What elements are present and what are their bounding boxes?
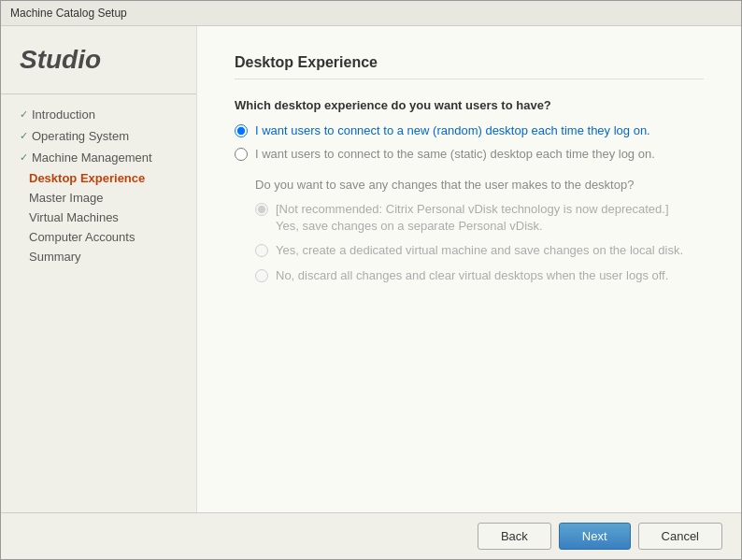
radio-static[interactable]: [235, 148, 248, 161]
radio-static-label[interactable]: I want users to connect to the same (sta…: [255, 147, 655, 161]
radio-option-static[interactable]: I want users to connect to the same (sta…: [235, 147, 704, 161]
sub-radio-option-discard: No, discard all changes and clear virtua…: [255, 267, 704, 284]
sidebar-item-summary[interactable]: Summary: [1, 247, 196, 266]
sub-radio-local-label: Yes, create a dedicated virtual machine …: [276, 242, 683, 259]
sub-radio-local: [255, 244, 268, 257]
footer: Back Next Cancel: [1, 512, 741, 559]
radio-option-random[interactable]: I want users to connect to a new (random…: [235, 123, 704, 137]
sub-radio-discard-label: No, discard all changes and clear virtua…: [276, 267, 668, 284]
sub-radio-pvdisk-label: [Not recommended: Citrix Personal vDisk …: [276, 201, 669, 235]
sub-radio-pvdisk: [255, 203, 268, 216]
sidebar-item-virtual-machines[interactable]: Virtual Machines: [1, 208, 196, 227]
sidebar-item-computer-accounts[interactable]: Computer Accounts: [1, 227, 196, 247]
check-icon-introduction: ✓: [20, 108, 28, 121]
radio-random-label[interactable]: I want users to connect to a new (random…: [255, 123, 650, 137]
cancel-button[interactable]: Cancel: [638, 523, 722, 550]
section-title: Desktop Experience: [235, 54, 704, 79]
question1: Which desktop experience do you want use…: [235, 98, 704, 112]
title-bar: Machine Catalog Setup: [1, 1, 741, 26]
sidebar-title: Studio: [1, 45, 196, 93]
sidebar: Studio ✓ Introduction ✓ Operating System…: [1, 26, 197, 512]
main-window: Machine Catalog Setup Studio ✓ Introduct…: [0, 0, 742, 560]
window-title: Machine Catalog Setup: [10, 7, 127, 20]
sub-radio-option-pvdisk: [Not recommended: Citrix Personal vDisk …: [255, 201, 704, 235]
check-icon-os: ✓: [20, 130, 28, 142]
next-button[interactable]: Next: [559, 523, 631, 550]
sidebar-item-desktop-experience[interactable]: Desktop Experience: [1, 168, 196, 188]
radio-random[interactable]: [235, 124, 248, 137]
sidebar-item-machine-management[interactable]: ✓ Machine Management: [1, 147, 196, 168]
sidebar-item-operating-system[interactable]: ✓ Operating System: [1, 125, 196, 147]
sidebar-item-introduction[interactable]: ✓ Introduction: [1, 104, 196, 125]
sub-radio-option-local: Yes, create a dedicated virtual machine …: [255, 242, 704, 259]
main-content: Desktop Experience Which desktop experie…: [197, 26, 741, 512]
content-area: Studio ✓ Introduction ✓ Operating System…: [1, 26, 741, 512]
question2: Do you want to save any changes that the…: [255, 178, 704, 192]
sub-radio-discard: [255, 269, 268, 282]
check-icon-mm: ✓: [20, 151, 28, 164]
back-button[interactable]: Back: [478, 523, 551, 550]
sidebar-item-master-image[interactable]: Master Image: [1, 188, 196, 208]
